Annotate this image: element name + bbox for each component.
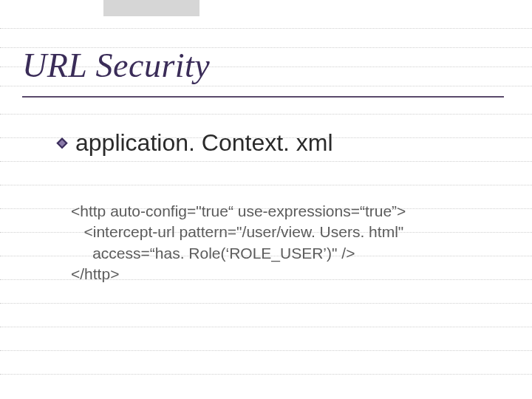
bullet-text: application. Context. xml xyxy=(75,129,333,157)
code-line: <http auto-config="true“ use-expressions… xyxy=(71,201,485,222)
slide-title: URL Security xyxy=(22,46,210,85)
title-tab-shadow xyxy=(103,0,200,16)
bullet-row: application. Context. xml xyxy=(56,129,333,157)
code-line: </http> xyxy=(71,264,485,284)
code-block: <http auto-config="true“ use-expressions… xyxy=(71,201,485,284)
slide: URL Security application. Context. xml <… xyxy=(0,0,532,399)
title-underline xyxy=(22,96,504,98)
code-line: access=“has. Role(‘ROLE_USER’)" /> xyxy=(71,243,485,264)
code-line: <intercept-url pattern="/user/view. User… xyxy=(71,222,485,242)
diamond-bullet-icon xyxy=(56,137,68,149)
